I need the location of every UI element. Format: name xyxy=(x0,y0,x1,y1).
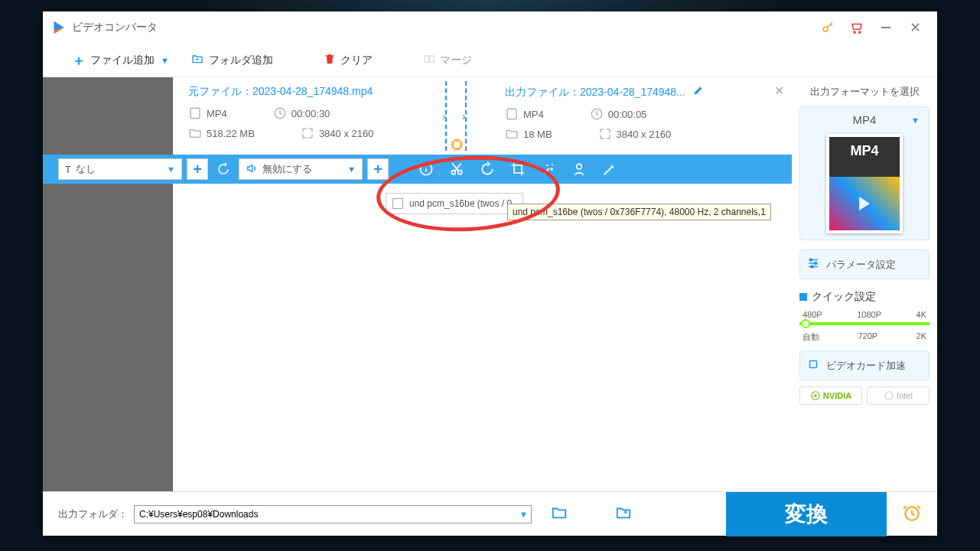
enhance-icon[interactable] xyxy=(597,156,623,182)
browse-folder-button[interactable] xyxy=(550,504,568,524)
svg-point-19 xyxy=(814,394,817,397)
bottom-bar: 出力フォルダ： C:¥Users¥esp08¥Downloads ▼ 変換 xyxy=(43,491,937,536)
merge-label: マージ xyxy=(440,54,472,67)
format-label: MP4 xyxy=(853,113,877,126)
trash-icon xyxy=(324,53,336,67)
divider: › xyxy=(465,81,467,151)
close-button[interactable]: ✕ xyxy=(900,15,930,40)
gpu-accel-button[interactable]: ビデオカード加速 xyxy=(799,350,930,380)
convert-button[interactable]: 変換 xyxy=(726,492,887,536)
app-title: ビデオコンバータ xyxy=(72,21,158,34)
merge-button: マージ xyxy=(417,50,478,70)
file-list: 元ファイル：2023-04-28_174948.mp4 MP4 00:00:30 xyxy=(173,77,792,491)
svg-point-15 xyxy=(815,262,817,265)
plus-icon: ＋ xyxy=(72,51,86,70)
app-logo-icon xyxy=(50,19,67,36)
svg-point-0 xyxy=(823,27,828,31)
svg-point-13 xyxy=(577,164,582,169)
output-format: MP4 xyxy=(505,107,544,121)
svg-point-1 xyxy=(854,31,855,33)
titlebar: ビデオコンバータ ✕ xyxy=(43,11,937,44)
refresh-icon[interactable] xyxy=(213,158,234,180)
output-file-title: 出力ファイル：2023-04-28_174948... xyxy=(505,85,734,99)
chip-icon xyxy=(806,357,820,373)
rotate-icon[interactable] xyxy=(474,156,500,182)
chevron-down-icon: ▼ xyxy=(911,116,920,125)
open-folder-button[interactable] xyxy=(614,504,633,524)
tooltip: und pcm_s16be (twos / 0x736F7774), 48000… xyxy=(507,204,771,220)
source-duration: 00:00:30 xyxy=(273,106,330,120)
divider: › xyxy=(445,81,447,151)
left-sidebar xyxy=(43,77,173,491)
svg-point-20 xyxy=(885,392,894,400)
source-file-title: 元ファイル：2023-04-28_174948.mp4 xyxy=(188,85,430,99)
parameter-settings-button[interactable]: パラメータ設定 xyxy=(799,249,930,279)
chevron-down-icon: ▼ xyxy=(519,510,528,519)
folder-plus-icon xyxy=(190,53,204,67)
add-subtitle-button[interactable]: + xyxy=(187,158,208,180)
param-label: パラメータ設定 xyxy=(826,258,896,272)
convert-label: 変換 xyxy=(785,500,828,529)
right-sidebar: 出力フォーマットを選択 MP4 ▼ MP4 パラメータ設定 クイック設定 xyxy=(792,77,937,491)
clear-label: クリア xyxy=(340,54,373,67)
merge-icon xyxy=(423,53,435,67)
svg-rect-3 xyxy=(425,56,428,62)
option-label: und pcm_s16be (twos / 0 xyxy=(409,198,512,209)
activate-icon[interactable] xyxy=(813,15,842,40)
source-size: 518.22 MB xyxy=(188,126,255,140)
add-file-button[interactable]: ＋ ファイル追加 ▼ xyxy=(66,48,175,73)
resolution-row-bottom: 自動720P2K xyxy=(799,331,930,343)
chevron-down-icon[interactable]: ▼ xyxy=(161,56,169,65)
chevron-down-icon: ▼ xyxy=(347,165,356,174)
checkbox[interactable] xyxy=(392,198,403,209)
subtitle-dropdown[interactable]: T なし ▼ xyxy=(58,158,182,180)
intel-badge[interactable]: Intel xyxy=(867,386,930,405)
effects-icon[interactable] xyxy=(536,156,562,182)
schedule-icon[interactable] xyxy=(902,503,922,526)
output-path-input[interactable]: C:¥Users¥esp08¥Downloads ▼ xyxy=(134,505,532,523)
sliders-icon xyxy=(806,256,820,272)
output-path-value: C:¥Users¥esp08¥Downloads xyxy=(139,509,258,520)
format-thumbnail: MP4 xyxy=(826,134,903,233)
resolution-row-top: 480P1080P4K xyxy=(799,310,930,319)
main-toolbar: ＋ ファイル追加 ▼ フォルダ追加 クリア マージ xyxy=(43,44,937,77)
format-selector[interactable]: MP4 ▼ MP4 xyxy=(799,106,930,240)
svg-rect-4 xyxy=(430,56,434,62)
audio-dropdown-option[interactable]: und pcm_s16be (twos / 0 xyxy=(386,193,523,214)
add-folder-button[interactable]: フォルダ追加 xyxy=(184,50,279,70)
subtitle-value: なし xyxy=(76,162,96,176)
output-size: 18 MB xyxy=(505,127,552,141)
watermark-icon[interactable] xyxy=(566,156,592,182)
source-resolution: 3840 x 2160 xyxy=(301,126,374,140)
file-item: 元ファイル：2023-04-28_174948.mp4 MP4 00:00:30 xyxy=(173,77,792,155)
clear-button[interactable]: クリア xyxy=(317,50,379,70)
svg-point-14 xyxy=(810,259,812,261)
subtitle-icon: T xyxy=(65,164,71,175)
quick-settings-title: クイック設定 xyxy=(799,290,930,304)
output-folder-label: 出力フォルダ： xyxy=(58,507,128,521)
svg-rect-17 xyxy=(810,361,817,368)
sidebar-title: 出力フォーマットを選択 xyxy=(799,85,930,99)
add-folder-label: フォルダ追加 xyxy=(209,54,273,67)
action-bar: T なし ▼ + 無効にする ▼ + xyxy=(43,155,792,184)
svg-point-2 xyxy=(859,31,861,33)
audio-dropdown[interactable]: 無効にする ▼ xyxy=(239,158,363,180)
minimize-button[interactable] xyxy=(871,15,900,40)
remove-item-button[interactable]: ✕ xyxy=(774,83,784,98)
edit-filename-icon[interactable] xyxy=(693,86,704,98)
cart-icon[interactable] xyxy=(842,15,871,40)
crop-icon[interactable] xyxy=(505,156,531,182)
svg-rect-8 xyxy=(507,109,516,119)
resolution-slider[interactable] xyxy=(799,322,930,325)
cut-icon[interactable] xyxy=(444,156,470,182)
add-audio-button[interactable]: + xyxy=(367,158,389,180)
output-duration: 00:00:05 xyxy=(590,107,647,121)
output-resolution: 3840 x 2160 xyxy=(598,127,672,141)
gpu-accel-label: ビデオカード加速 xyxy=(826,359,906,373)
nvidia-badge[interactable]: NVIDIA xyxy=(799,386,862,405)
audio-value: 無効にする xyxy=(262,162,312,176)
info-icon[interactable] xyxy=(413,156,439,182)
app-window: ビデオコンバータ ✕ ＋ ファイル追加 ▼ フォルダ追加 クリア xyxy=(43,11,937,536)
chevron-down-icon: ▼ xyxy=(167,165,175,174)
speaker-icon xyxy=(246,162,258,177)
